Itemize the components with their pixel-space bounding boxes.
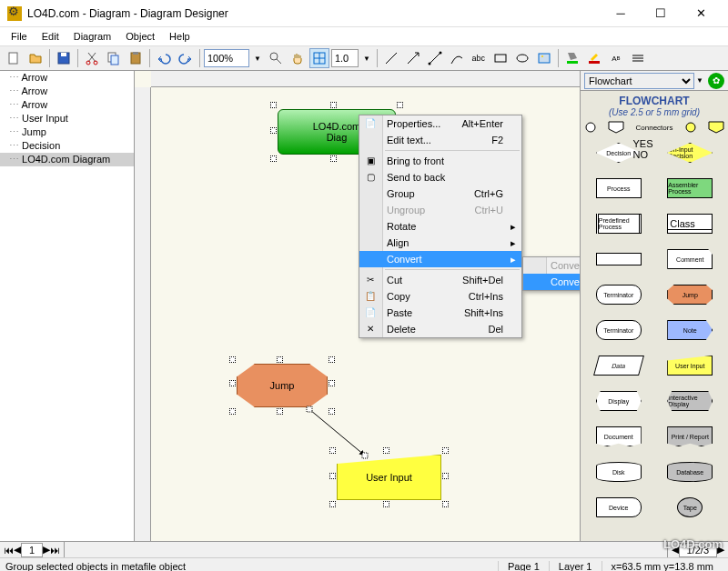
pal-assembler[interactable]: Assembler Process [656,172,725,205]
ctx-send-back[interactable]: ▢Send to back [359,169,521,185]
pal-disk[interactable]: Disk [584,456,653,488]
pal-note[interactable]: Note [656,314,725,346]
scale-dropdown-icon[interactable]: ▼ [360,55,373,63]
paste-button[interactable] [126,48,146,68]
menu-edit[interactable]: Edit [35,29,66,44]
pal-device[interactable]: Device [584,491,653,524]
rect-tool[interactable] [490,48,511,68]
scale-input[interactable] [331,49,359,67]
ctx-edit-text[interactable]: Edit text...F2 [359,132,521,148]
pal-empty[interactable] [584,243,653,275]
open-button[interactable] [25,48,46,68]
image-tool[interactable] [534,48,554,68]
tree-item[interactable]: Decision [0,139,134,153]
pal-decision[interactable]: DecisionYESNO [584,136,653,169]
menu-help[interactable]: Help [162,29,197,44]
pal-data[interactable]: Data [584,349,653,382]
text-tool[interactable]: abc [469,48,489,68]
line-color-button[interactable] [584,48,604,68]
tree-item[interactable]: Arrow [0,71,134,85]
app-icon [7,6,22,21]
line-tool[interactable] [381,48,401,68]
tree-item[interactable]: Arrow [0,98,134,112]
svg-rect-0 [9,53,17,64]
palette-dropdown[interactable]: Flowchart [584,73,694,89]
pal-class[interactable]: Class [656,207,725,240]
maximize-button[interactable]: ☐ [641,1,681,26]
pal-jump[interactable]: Jump [656,278,725,311]
svg-point-12 [439,52,441,55]
pal-predefined[interactable]: Predefined Process [584,207,653,240]
palette-settings-icon[interactable]: ✿ [708,73,724,89]
ellipse-tool[interactable] [512,48,532,68]
ctx-properties[interactable]: 📄Properties...Alt+Enter [359,115,521,132]
pal-display[interactable]: Display [584,385,653,417]
ctx-delete[interactable]: ✕DeleteDel [359,321,521,337]
pal-document[interactable]: Document [584,420,653,453]
hand-tool-button[interactable] [288,48,308,68]
fill-color-button[interactable] [562,48,582,68]
main-area: Arrow Arrow Arrow User Input Jump Decisi… [0,71,728,541]
zoom-tool-button[interactable] [266,48,286,68]
pal-terminator2[interactable]: Terminator [584,314,653,346]
tree-item[interactable]: Arrow [0,85,134,98]
menu-diagram[interactable]: Diagram [66,29,119,44]
menu-file[interactable]: File [4,29,35,44]
ctx-align[interactable]: Align▸ [359,235,521,251]
pal-interactive[interactable]: Interactive Display [656,385,725,417]
undo-button[interactable] [154,48,174,68]
pal-process[interactable]: Process [584,172,653,205]
menu-object[interactable]: Object [118,29,162,44]
zoom-dropdown-icon[interactable]: ▼ [251,55,264,63]
page-nav-last-icon[interactable]: ⏭ [50,545,60,556]
svg-point-22 [586,123,595,132]
curve-tool[interactable] [447,48,467,68]
svg-rect-18 [589,61,600,64]
connector-tool[interactable] [425,48,445,68]
ctx-copy[interactable]: 📋CopyCtrl+Ins [359,288,521,305]
snap-button[interactable] [309,48,329,68]
pal-terminator[interactable]: Terminator [584,278,653,311]
ctx-convert[interactable]: Convert▸ [359,251,521,267]
tree-item-selected[interactable]: LO4D.com Diagram [0,153,134,166]
pal-userinput[interactable]: User Input [656,349,725,382]
dropdown-chevron-icon[interactable]: ▼ [694,76,705,85]
arrow-tool[interactable] [403,48,423,68]
zoom-input[interactable] [204,49,249,67]
pal-oninput[interactable]: On-Input Decision [656,136,725,169]
ctx-bring-front[interactable]: ▣Bring to front [359,153,521,169]
pal-tape[interactable]: Tape [656,491,725,524]
pal-comment[interactable]: Comment [656,243,725,275]
ctx-cut[interactable]: ✂CutShift+Del [359,272,521,288]
canvas[interactable]: LO4D.com Diag Jump User Inpu [151,87,580,541]
ctx-paste[interactable]: 📄PasteShift+Ins [359,305,521,321]
ctx-convert-metafile[interactable]: Convert to metafile [523,274,581,290]
page-nav-first-icon[interactable]: ⏮ [4,545,14,556]
close-button[interactable]: ✕ [681,1,721,26]
pal-database[interactable]: Database [656,456,725,488]
page-nav-prev-icon[interactable]: ◀ [14,544,21,556]
shape-jump[interactable]: Jump [237,364,328,407]
tree-item[interactable]: Jump [0,125,134,139]
save-button[interactable] [54,48,74,68]
copy-button[interactable] [104,48,124,68]
redo-button[interactable] [176,48,196,68]
ruler-vertical [135,87,151,541]
cut-button[interactable] [82,48,102,68]
line-style-button[interactable] [628,48,648,68]
page-nav-next-icon[interactable]: ▶ [43,544,50,556]
page-tab-bar: ⏮ ◀ 1 ▶ ⏭ ◀ 1/2/3 ▶ [0,541,728,557]
pal-print[interactable]: Print / Report [656,420,725,453]
font-color-button[interactable]: AB [606,48,626,68]
shape-user-input[interactable]: User Input [337,455,441,500]
minimize-button[interactable]: ─ [601,1,641,26]
ctx-group[interactable]: GroupCtrl+G [359,185,521,202]
ctx-rotate[interactable]: Rotate▸ [359,218,521,235]
menubar: File Edit Diagram Object Help [0,27,728,45]
tree-item[interactable]: User Input [0,112,134,125]
canvas-area[interactable]: LO4D.com Diag Jump User Inpu [135,71,581,541]
status-coords: x=63.5 mm y=13.8 mm [602,561,723,572]
object-tree[interactable]: Arrow Arrow Arrow User Input Jump Decisi… [0,71,135,541]
new-button[interactable] [4,48,24,68]
page-tab-1[interactable]: 1 [21,543,43,557]
